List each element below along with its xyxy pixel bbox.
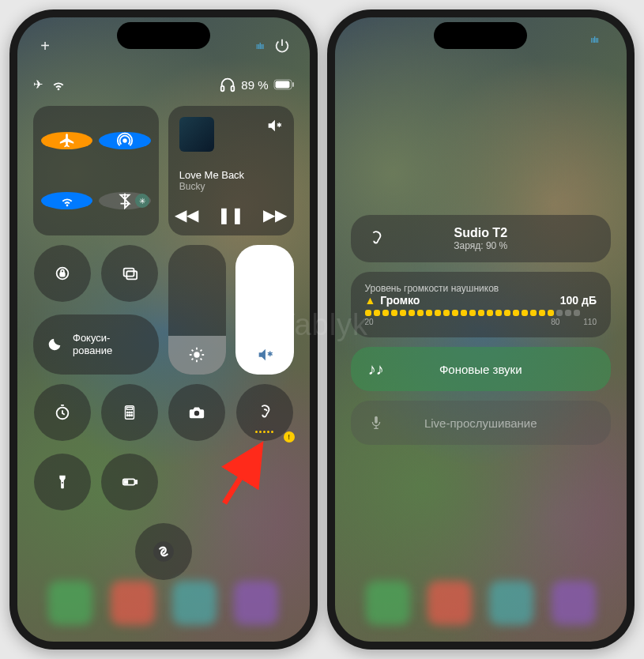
- device-charge-label: Заряд: 90 %: [398, 240, 564, 251]
- music-notes-icon: ♪♪: [365, 358, 387, 380]
- svg-point-20: [129, 415, 130, 416]
- airdrop-icon: [116, 132, 134, 149]
- phone-left-frame: + ıılıı ✈︎ 89 %: [9, 9, 318, 650]
- warning-icon: ▲: [365, 294, 376, 307]
- focus-mode-button[interactable]: Фокуси- рование: [33, 314, 159, 375]
- svg-point-11: [194, 352, 200, 357]
- svg-rect-0: [221, 86, 224, 91]
- audio-visualizer-icon: ıılıı: [590, 35, 598, 44]
- airplane-mode-toggle[interactable]: [41, 132, 92, 149]
- rotation-lock-icon: [54, 265, 71, 282]
- bluetooth-toggle[interactable]: ✳︎: [99, 192, 150, 209]
- dock-blurred: [335, 564, 627, 642]
- brightness-slider[interactable]: [168, 245, 226, 375]
- next-track-button[interactable]: ▶▶: [263, 205, 287, 224]
- timer-icon: [54, 404, 71, 421]
- timer-button[interactable]: [34, 384, 91, 441]
- hearing-level-dots: [255, 431, 273, 433]
- camera-icon: [188, 404, 205, 421]
- volume-slider[interactable]: ✱: [235, 245, 293, 375]
- brightness-icon: [188, 346, 205, 363]
- ear-icon: [256, 404, 273, 421]
- moon-icon: [46, 336, 63, 353]
- svg-point-23: [62, 482, 63, 484]
- output-headphones-icon: [219, 76, 236, 93]
- microphone-icon: [365, 412, 387, 434]
- svg-point-18: [131, 412, 133, 413]
- loudness-meter: [365, 310, 597, 316]
- svg-rect-8: [60, 273, 65, 277]
- screen-mirroring-button[interactable]: [101, 245, 158, 302]
- svg-rect-29: [375, 416, 378, 424]
- svg-text:✱: ✱: [276, 122, 281, 129]
- loudness-status: Громко: [380, 294, 420, 307]
- svg-point-27: [153, 541, 174, 562]
- wifi-icon: [58, 192, 76, 209]
- focus-label: Фокуси- рование: [73, 332, 112, 356]
- svg-point-5: [123, 139, 126, 142]
- control-center-screen: + ıılıı ✈︎ 89 %: [17, 17, 310, 642]
- track-artist: Bucky: [179, 181, 283, 192]
- low-power-button[interactable]: [101, 454, 158, 510]
- calculator-button[interactable]: [101, 384, 158, 441]
- connected-device-row[interactable]: Sudio T2 Заряд: 90 %: [351, 215, 612, 262]
- volume-bt-icon: ✱: [256, 346, 273, 363]
- svg-text:✱: ✱: [267, 350, 273, 358]
- dynamic-island: [434, 22, 527, 49]
- audio-output-icon[interactable]: ✱: [266, 117, 283, 138]
- wifi-status-icon: [50, 76, 67, 93]
- bluetooth-icon: [116, 192, 134, 209]
- svg-rect-9: [124, 269, 134, 277]
- device-name: Sudio T2: [398, 226, 564, 240]
- svg-rect-15: [126, 408, 132, 410]
- loudness-value: 100 дБ: [560, 294, 597, 307]
- svg-point-22: [194, 411, 199, 416]
- rotation-lock-toggle[interactable]: [34, 245, 91, 302]
- connectivity-tile[interactable]: ✳︎: [33, 106, 159, 235]
- svg-rect-3: [275, 81, 289, 88]
- audio-visualizer-icon: ıılıı: [256, 41, 264, 51]
- power-button[interactable]: [270, 34, 294, 58]
- battery-percentage: 89 %: [241, 78, 268, 92]
- background-sounds-row[interactable]: ♪♪ Фоновые звуки: [351, 347, 612, 391]
- battery-icon: [273, 79, 294, 90]
- track-title: Love Me Back: [179, 169, 283, 181]
- svg-rect-25: [135, 480, 137, 484]
- album-art: [179, 117, 214, 152]
- airdrop-toggle[interactable]: [99, 132, 150, 149]
- status-bar: ✈︎ 89 %: [33, 76, 294, 93]
- now-playing-tile[interactable]: ✱ Love Me Back Bucky ◀◀ ❚❚ ▶▶: [168, 106, 294, 235]
- hearing-detail-screen: ıılıı Sudio T2 Заряд: 90 % Уровень громк…: [335, 17, 627, 642]
- bluetooth-device-badge: ✳︎: [135, 194, 149, 208]
- live-listen-row[interactable]: Live-прослушивание: [351, 401, 612, 445]
- add-control-button[interactable]: +: [33, 34, 57, 58]
- prev-track-button[interactable]: ◀◀: [175, 205, 198, 224]
- low-power-icon: [121, 473, 138, 491]
- axis-high: 110: [583, 318, 597, 326]
- svg-point-17: [129, 412, 130, 413]
- hearing-button[interactable]: !: [236, 384, 293, 441]
- svg-rect-10: [126, 271, 137, 279]
- svg-rect-4: [292, 82, 294, 87]
- dynamic-island: [117, 22, 210, 49]
- camera-button[interactable]: [168, 384, 225, 441]
- shazam-icon: [153, 540, 175, 563]
- flashlight-icon: [54, 473, 71, 491]
- calculator-icon: [121, 404, 138, 421]
- screen-mirroring-icon: [121, 265, 138, 282]
- loudness-tile[interactable]: Уровень громкости наушников ▲Громко 100 …: [351, 272, 612, 337]
- phone-right-frame: ıılıı Sudio T2 Заряд: 90 % Уровень громк…: [327, 9, 635, 650]
- airplane-status-icon: ✈︎: [33, 77, 43, 92]
- loudness-header: Уровень громкости наушников: [365, 283, 597, 294]
- svg-rect-1: [232, 86, 235, 91]
- play-pause-button[interactable]: ❚❚: [217, 205, 244, 224]
- airplane-icon: [58, 132, 76, 149]
- ear-icon: [365, 228, 387, 250]
- svg-rect-26: [125, 480, 128, 484]
- flashlight-button[interactable]: [34, 454, 91, 510]
- axis-mid: 80: [551, 318, 559, 326]
- wifi-toggle[interactable]: [41, 192, 92, 209]
- background-sounds-label: Фоновые звуки: [398, 363, 564, 376]
- axis-low: 20: [365, 318, 374, 326]
- live-listen-label: Live-прослушивание: [398, 416, 564, 430]
